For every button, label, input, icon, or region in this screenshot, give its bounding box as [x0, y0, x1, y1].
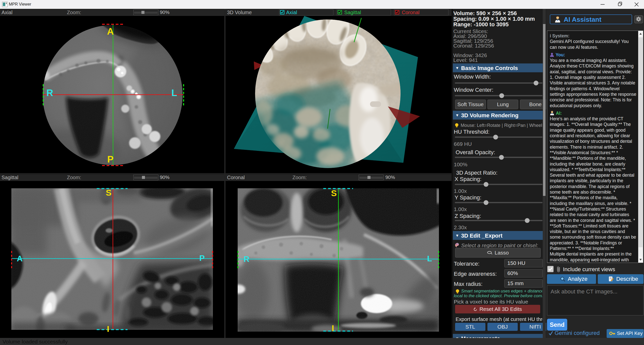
svg-text:I: I: [107, 324, 109, 334]
svg-text:R: R: [46, 88, 53, 98]
svg-text:L: L: [171, 88, 177, 98]
svg-text:R: R: [243, 255, 249, 264]
svg-text:A: A: [17, 254, 22, 263]
svg-text:A: A: [107, 26, 114, 37]
svg-text:P: P: [199, 254, 205, 263]
svg-text:I: I: [332, 323, 334, 333]
svg-text:S: S: [106, 188, 112, 197]
svg-text:P: P: [107, 154, 114, 165]
svg-text:S: S: [331, 188, 337, 198]
svg-text:L: L: [427, 254, 432, 263]
